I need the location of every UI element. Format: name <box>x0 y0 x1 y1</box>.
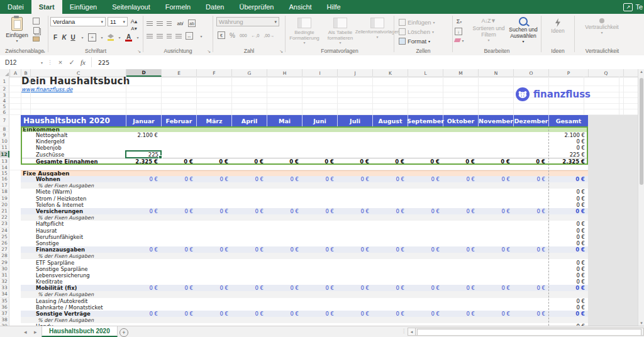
section-label[interactable]: Fixe Ausgaben <box>21 171 588 176</box>
month-cell[interactable] <box>337 138 372 145</box>
bold-button[interactable]: F <box>52 34 59 41</box>
month-cell[interactable]: 0 € <box>513 285 548 291</box>
copy-icon[interactable] <box>33 27 40 34</box>
month-cell[interactable] <box>126 304 161 311</box>
month-cell[interactable]: 0 € <box>161 311 196 317</box>
month-cell[interactable] <box>372 279 408 285</box>
sheet-tab[interactable]: Haushaltsbuch 2020 <box>42 326 118 337</box>
month-cell[interactable]: 0 € <box>443 311 478 317</box>
gesamt-cell[interactable]: 0 € <box>548 246 588 253</box>
month-cell[interactable] <box>161 259 196 265</box>
month-cell[interactable] <box>443 189 478 195</box>
paste-button[interactable]: Einfügen ▾ <box>5 17 29 43</box>
month-cell[interactable]: 0 € <box>302 208 337 214</box>
month-cell[interactable] <box>231 214 267 221</box>
autosum-icon[interactable]: Σ ▾ <box>455 17 464 26</box>
month-cell[interactable] <box>196 240 231 246</box>
month-cell[interactable] <box>161 272 196 279</box>
month-cell[interactable] <box>372 202 408 208</box>
decrease-decimal-icon[interactable]: ,00→ <box>264 33 274 38</box>
month-cell[interactable] <box>513 291 548 297</box>
month-cell[interactable] <box>126 202 161 208</box>
horizontal-scroll-thumb[interactable] <box>417 329 641 336</box>
month-cell[interactable] <box>196 279 231 285</box>
month-cell[interactable] <box>302 298 337 304</box>
month-cell[interactable] <box>302 228 337 234</box>
row-number-27[interactable]: 27 <box>0 246 9 253</box>
gesamt-cell[interactable]: 0 € <box>548 298 588 304</box>
month-cell[interactable] <box>372 266 408 272</box>
month-cell[interactable] <box>161 234 196 240</box>
month-header-januar[interactable]: Januar <box>126 115 161 126</box>
row-number-7[interactable]: 7 <box>0 115 9 126</box>
month-cell[interactable] <box>408 228 443 234</box>
month-cell[interactable] <box>337 253 372 259</box>
underline-dropdown[interactable]: ▾ <box>78 33 87 41</box>
row-number-17[interactable]: 17 <box>0 182 9 189</box>
ribbon-tab-daten[interactable]: Daten <box>198 0 231 14</box>
row-label[interactable]: Nebenjob <box>21 145 126 151</box>
month-cell[interactable] <box>478 298 513 304</box>
section-label[interactable]: Einkommen <box>21 126 588 132</box>
month-cell[interactable] <box>196 272 231 279</box>
ribbon-tab-einfügen[interactable]: Einfügen <box>62 0 104 14</box>
month-cell[interactable] <box>231 240 267 246</box>
row-label[interactable]: Miete (Warm) <box>21 189 126 195</box>
month-cell[interactable] <box>337 272 372 279</box>
sort-filter-button[interactable]: A↓Z▼ Sortieren und Filtern▾ <box>471 18 506 43</box>
month-header-mai[interactable]: Mai <box>267 115 302 126</box>
font-name-select[interactable]: Verdana▾ <box>50 17 106 26</box>
month-cell[interactable] <box>302 189 337 195</box>
month-cell[interactable]: 0 € <box>231 176 267 182</box>
month-cell[interactable] <box>372 138 408 145</box>
month-cell[interactable] <box>443 279 478 285</box>
month-cell[interactable] <box>231 266 267 272</box>
month-cell[interactable]: 0 € <box>267 311 302 317</box>
scroll-up-icon[interactable]: ▲ <box>638 70 644 74</box>
month-cell[interactable] <box>372 272 408 279</box>
row-number-20[interactable]: 20 <box>0 202 9 208</box>
cell-styles-button[interactable]: Zellenformatvorlagen▾ <box>359 18 396 45</box>
row-number-23[interactable]: 23 <box>0 221 9 227</box>
month-cell[interactable] <box>478 221 513 227</box>
gesamt-cell[interactable]: 0 € <box>548 138 588 145</box>
month-cell[interactable] <box>267 214 302 221</box>
month-cell[interactable] <box>267 317 302 323</box>
column-header-D[interactable]: D <box>126 69 162 77</box>
month-cell[interactable] <box>408 304 443 311</box>
month-cell[interactable] <box>337 221 372 227</box>
name-box[interactable]: D12▾ <box>0 55 45 69</box>
month-cell[interactable] <box>443 202 478 208</box>
month-cell[interactable] <box>337 298 372 304</box>
month-cell[interactable] <box>196 317 231 323</box>
column-header-H[interactable]: H <box>267 69 303 77</box>
month-header-april[interactable]: April <box>231 115 267 126</box>
month-cell[interactable]: 0 € <box>513 246 548 253</box>
month-cell[interactable] <box>337 145 372 151</box>
month-cell[interactable]: 0 € <box>302 246 337 253</box>
month-cell[interactable] <box>126 214 161 221</box>
month-cell[interactable] <box>337 240 372 246</box>
row-label[interactable]: Mobilität (fix) <box>21 285 126 291</box>
gesamt-cell[interactable]: 0 € <box>548 145 588 151</box>
month-cell[interactable] <box>372 196 408 202</box>
row-number-28[interactable]: 28 <box>0 253 9 259</box>
month-cell[interactable] <box>372 317 408 323</box>
wrap-text-icon[interactable]: ab <box>188 19 196 27</box>
month-cell[interactable] <box>302 202 337 208</box>
month-cell[interactable] <box>513 145 548 151</box>
month-cell[interactable] <box>513 132 548 138</box>
month-cell[interactable] <box>478 132 513 138</box>
vertical-scrollbar[interactable]: ▲ ▼ <box>638 69 644 326</box>
month-cell[interactable] <box>478 279 513 285</box>
gesamt-cell[interactable]: 0 € <box>548 208 588 214</box>
row-number-34[interactable]: 34 <box>0 291 9 297</box>
month-cell[interactable] <box>478 214 513 221</box>
row-number-16[interactable]: 16 <box>0 176 9 182</box>
month-cell[interactable] <box>443 266 478 272</box>
month-cell[interactable] <box>513 228 548 234</box>
month-cell[interactable] <box>126 298 161 304</box>
month-cell[interactable] <box>443 214 478 221</box>
month-cell[interactable] <box>513 221 548 227</box>
month-cell[interactable] <box>196 259 231 265</box>
